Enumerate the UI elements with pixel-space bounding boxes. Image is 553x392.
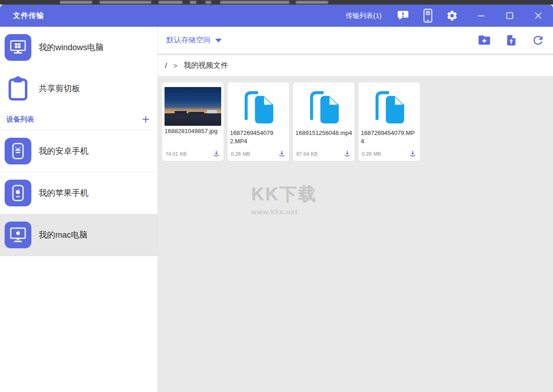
titlebar: 文件传输 传输列表(1) A [0,5,553,27]
apple-phone-icon [5,180,31,206]
background-artifact [220,1,289,4]
sidebar-item-mac[interactable]: 我的mac电脑 [0,214,158,256]
main-toolbar: 默认存储空间 [158,27,553,53]
background-artifact [100,1,151,4]
main-panel: 默认存储空间 [158,27,553,392]
sidebar: 我的windows电脑 共享剪切板 设备列表 + [0,27,158,392]
mac-computer-icon [5,222,31,248]
sidebar-item-android-phone[interactable]: 我的安卓手机 [0,130,158,172]
sidebar-item-label: 我的mac电脑 [39,229,88,240]
storage-selector[interactable]: 默认存储空间 [166,35,222,45]
image-thumbnail [165,87,221,126]
file-name: 1688281049857.jpg [165,127,221,135]
watermark-logo: KK下载 [251,182,317,206]
file-size: 74.01KB [165,151,187,157]
device-list-title: 设备列表 [6,115,34,124]
titlebar-actions: 传输列表(1) A [346,8,553,23]
breadcrumb-separator: > [173,62,177,70]
app-title: 文件传输 [13,11,44,21]
svg-text:A: A [427,11,429,14]
sidebar-item-iphone[interactable]: 我的苹果手机 [0,172,158,214]
download-icon[interactable] [409,150,417,158]
transfer-list-button[interactable]: 传输列表(1) [346,12,382,20]
video-file-icon [371,86,407,127]
file-card[interactable]: 1688281049857.jpg 74.01KB [162,82,224,161]
background-artifact [159,1,182,4]
clipboard-icon [5,75,31,102]
phone-connect-icon[interactable]: A [422,8,434,23]
sidebar-item-windows-pc[interactable]: 我的windows电脑 [0,27,158,68]
file-actions [464,33,545,47]
file-name: 1687269454079.MP4 [361,129,418,146]
sidebar-item-label: 我的苹果手机 [39,187,88,199]
storage-selector-label: 默认存储空间 [166,35,211,45]
video-file-icon [241,86,276,127]
background-artifact [206,1,211,4]
watermark-site: www.kkx.net [251,208,317,216]
video-file-icon [306,86,342,127]
file-card[interactable]: 1687269454079 2.MP4 0.28MB [228,82,289,161]
upload-file-button[interactable] [505,34,518,47]
watermark: KK下载 www.kkx.net [251,182,317,216]
minimize-button[interactable] [476,12,487,19]
sidebar-item-clipboard[interactable]: 共享剪切板 [0,68,158,109]
file-name: 1687269454079 2.MP4 [230,129,287,146]
breadcrumb-current: 我的视频文件 [184,61,228,70]
background-artifact [296,1,328,4]
breadcrumb-root[interactable]: / [165,62,167,70]
download-icon[interactable] [278,150,286,158]
file-card[interactable]: 1687269454079.MP4 0.28MB [359,82,420,161]
android-phone-icon [5,138,31,164]
sidebar-item-label: 我的安卓手机 [39,146,88,157]
download-icon[interactable] [343,150,351,158]
settings-gear-icon[interactable] [446,10,458,22]
background-window-strip [0,0,553,5]
sidebar-item-label: 共享剪切板 [39,83,80,94]
file-size: 0.28MB [231,151,250,157]
file-name: 1689151256048.mp4 [295,129,352,137]
file-size: 87.64KB [296,151,318,157]
background-artifact [190,1,196,4]
refresh-button[interactable] [531,34,545,47]
new-folder-button[interactable] [477,33,491,47]
file-grid: 1688281049857.jpg 74.01KB [158,76,553,167]
breadcrumb: / > 我的视频文件 [158,55,553,76]
chevron-down-icon [215,39,222,42]
add-device-button[interactable]: + [142,113,149,126]
feedback-message-icon[interactable] [396,9,410,23]
sidebar-item-label: 我的windows电脑 [39,42,104,53]
file-size: 0.28MB [362,151,381,157]
download-icon[interactable] [212,150,220,158]
windows-pc-icon [5,34,31,61]
background-artifact [60,1,92,4]
file-card[interactable]: 1689151256048.mp4 87.64KB [293,82,354,161]
maximize-button[interactable] [504,12,515,19]
close-button[interactable] [533,12,544,19]
thumbnail-detail [165,113,221,117]
device-list-header: 设备列表 + [0,109,158,130]
